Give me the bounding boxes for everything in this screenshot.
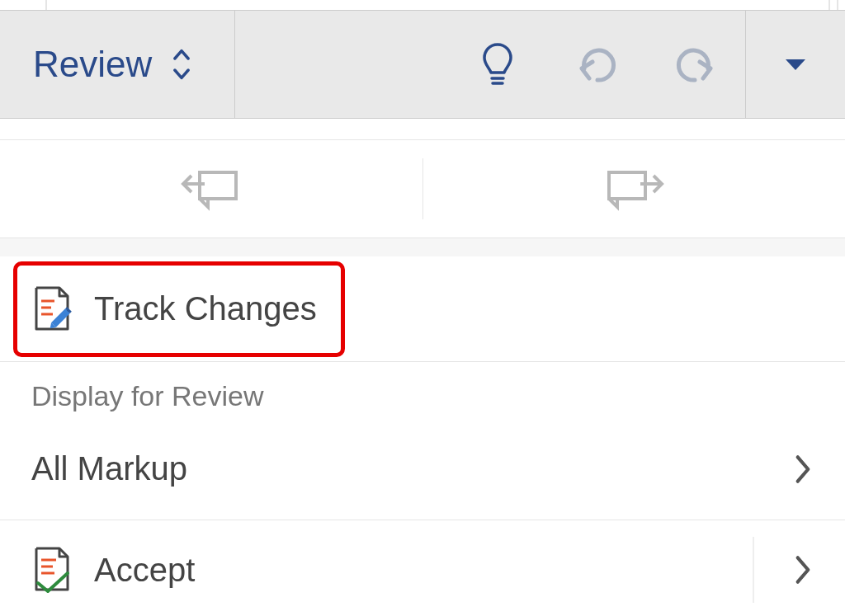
chevron-right-icon[interactable] xyxy=(792,553,814,587)
redo-button[interactable] xyxy=(646,11,745,118)
track-changes-label: Track Changes xyxy=(94,290,317,327)
next-comment-button[interactable] xyxy=(423,140,846,237)
track-changes-doc-icon xyxy=(31,284,79,334)
next-comment-icon xyxy=(602,162,665,215)
accept-button[interactable]: Accept xyxy=(0,520,845,616)
track-changes-button[interactable]: Track Changes xyxy=(0,256,845,362)
top-strip xyxy=(45,0,838,10)
undo-icon xyxy=(573,44,621,85)
ribbon-tab-review[interactable]: Review xyxy=(0,11,234,118)
more-dropdown-button[interactable] xyxy=(746,11,845,118)
svg-rect-5 xyxy=(609,172,645,199)
svg-rect-3 xyxy=(200,172,236,199)
comment-navigation-row xyxy=(0,139,845,238)
updown-icon xyxy=(170,45,193,84)
tell-me-button[interactable] xyxy=(448,11,547,118)
dropdown-icon xyxy=(784,57,807,72)
svg-marker-2 xyxy=(786,59,805,70)
previous-comment-icon xyxy=(180,162,243,215)
accept-label: Accept xyxy=(94,552,195,589)
ribbon-divider xyxy=(234,11,235,118)
accept-doc-icon xyxy=(31,545,79,595)
ribbon-header: Review xyxy=(0,10,845,119)
redo-icon xyxy=(672,44,720,85)
review-options-list: Track Changes Display for Review All Mar… xyxy=(0,256,845,616)
lightbulb-icon xyxy=(479,40,516,89)
undo-button[interactable] xyxy=(547,11,646,118)
chevron-right-icon xyxy=(792,452,814,487)
display-for-review-label: Display for Review xyxy=(31,380,264,412)
previous-comment-button[interactable] xyxy=(0,140,422,237)
display-for-review-selector[interactable]: All Markup xyxy=(0,418,845,520)
display-for-review-section: Display for Review xyxy=(0,362,845,418)
section-gap xyxy=(0,238,845,256)
accept-split-divider xyxy=(753,537,754,603)
ribbon-tab-label: Review xyxy=(33,44,152,85)
display-for-review-value: All Markup xyxy=(31,450,187,487)
